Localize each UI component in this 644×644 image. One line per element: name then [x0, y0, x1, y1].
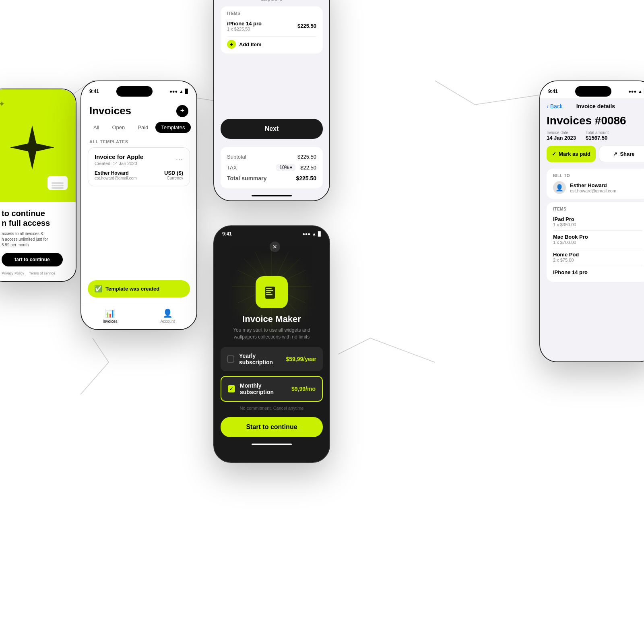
monthly-checkbox: ✓	[228, 385, 235, 392]
svg-line-4	[93, 338, 109, 362]
invoice-currency-label: Currency	[164, 176, 183, 180]
tax-label: TAX	[227, 165, 237, 171]
tab-row: All Open Paid Templates	[81, 122, 196, 133]
invoice-number: Invoices #0086	[540, 113, 644, 130]
add-item-icon: +	[227, 40, 236, 49]
tab-all[interactable]: All	[88, 122, 105, 133]
macbook-name: Mac Book Pro	[553, 234, 588, 240]
yearly-subscription-option[interactable]: Yearly subscription $59,99/year	[221, 347, 323, 371]
bill-to-section: BILL TO 👤 Esther Howard est.howard@gmail…	[547, 169, 644, 199]
subtotal-label: Subtotal	[227, 154, 246, 160]
mark-as-paid-button[interactable]: ✓ Mark as paid	[547, 146, 596, 162]
svg-line-2	[435, 80, 475, 105]
paywall-title: Invoice Maker	[242, 314, 301, 324]
monthly-price: $9,99/mo	[291, 386, 316, 392]
subtotal-value: $225.50	[297, 154, 316, 160]
invoice-template-card[interactable]: Invoice for Apple Created: 14 Jan 2023 ·…	[88, 147, 190, 186]
tab-templates[interactable]: Templates	[155, 122, 190, 133]
svg-rect-26	[266, 290, 273, 291]
check-circle-icon: ✓	[552, 151, 556, 157]
homepod-name: Home Pod	[553, 252, 579, 258]
toast-text: Template was created	[105, 286, 159, 292]
iphone-name: iPhone 14 pro	[553, 269, 588, 275]
time-phone5: 9:41	[548, 89, 558, 94]
start-button[interactable]: Start to continue	[221, 417, 323, 437]
tax-rate-badge[interactable]: 10% ▾	[276, 164, 295, 171]
invoice-template-name: Invoice for Apple	[95, 153, 143, 160]
back-header: ‹ Back Invoice details	[540, 98, 644, 113]
phone-add-item: 9:41 ●●●▲▊ Step 2 of 5 ITEMS iPhone 14 p…	[213, 0, 330, 201]
svg-rect-25	[266, 288, 272, 289]
dropdown-icon: ▾	[290, 165, 292, 170]
back-chevron-icon: ‹	[547, 103, 549, 109]
add-invoice-button[interactable]: +	[176, 105, 188, 117]
contact-avatar: 👤	[553, 181, 566, 194]
items-section-label: ITEMS	[227, 11, 316, 16]
phone-invoice-details: 9:41 ●●●▲▊ ‹ Back Invoice details Invoic…	[539, 80, 644, 362]
all-templates-label: ALL TEMPLATES	[81, 138, 196, 147]
add-item-row[interactable]: + Add Item	[227, 36, 316, 49]
item-qty: 1 x $225.50	[227, 27, 262, 31]
home-indicator-phone4	[252, 444, 292, 445]
svg-line-7	[370, 338, 435, 362]
invoice-person: Esther Howard	[95, 170, 137, 176]
status-bar-phone2: 9:41 ●●● ▲ ▊	[81, 81, 196, 98]
invoice-meta: Invoice date 14 Jan 2023 Total amount $1…	[540, 130, 644, 146]
nav-account-label: Account	[160, 319, 175, 324]
bill-to-row: 👤 Esther Howard est.howard@gmail.com	[553, 181, 642, 194]
terms-link[interactable]: Terms of service	[29, 271, 56, 275]
homepod-qty: 2 x $75.00	[553, 258, 579, 262]
share-label: Share	[620, 151, 634, 157]
tab-paid[interactable]: Paid	[132, 122, 154, 133]
share-icon: ↗	[613, 151, 617, 157]
time-phone2: 9:41	[89, 89, 99, 94]
macbook-qty: 1 x $700.00	[553, 240, 588, 245]
items-detail-label: ITEMS	[553, 207, 642, 211]
status-icons-phone4: ●●●▲▊	[302, 231, 321, 237]
phone-promo: ✦ to continue n full access access to al…	[0, 89, 76, 282]
status-bar-phone5: 9:41 ●●●▲▊	[540, 81, 644, 98]
phone-invoices: 9:41 ●●● ▲ ▊ Invoices + All Open Paid Te…	[80, 80, 197, 330]
app-icon	[256, 276, 288, 308]
share-button[interactable]: ↗ Share	[599, 146, 644, 162]
invoices-title: Invoices	[89, 105, 131, 117]
item-row-iphone: iPhone 14 pro 1 x $225.50 $225.50	[227, 19, 316, 33]
tab-open[interactable]: Open	[106, 122, 130, 133]
monthly-label: Monthly subscription	[240, 382, 287, 395]
privacy-policy-link[interactable]: Privacy Policy	[2, 271, 24, 275]
phone-paywall: 9:41 ●●●▲▊ ✕	[213, 225, 330, 463]
detail-item-homepod: Home Pod 2 x $75.00	[553, 250, 642, 264]
monthly-subscription-option[interactable]: ✓ Monthly subscription $9,99/mo	[221, 376, 323, 402]
nav-invoices-tab[interactable]: 📊 Invoices	[81, 308, 139, 324]
items-section: ITEMS iPhone 14 pro 1 x $225.50 $225.50 …	[221, 6, 323, 54]
bottom-navigation: 📊 Invoices 👤 Account	[81, 304, 196, 329]
next-button[interactable]: Next	[221, 119, 323, 139]
yearly-price: $59,99/year	[286, 356, 316, 362]
invoice-email: est.howard@gmail.com	[95, 176, 137, 180]
summary-section: Subtotal $225.50 TAX 10% ▾ $22.50 Total …	[221, 147, 323, 188]
total-label: Total summary	[227, 175, 267, 182]
promo-headline: to continue n full access	[0, 208, 69, 231]
detail-item-iphone: iPhone 14 pro	[553, 268, 642, 277]
item-price: $225.50	[297, 23, 316, 29]
paywall-subtitle: You may start to use all widgets and wal…	[214, 324, 329, 343]
invoice-currency: USD ($)	[164, 170, 183, 176]
tax-rate-value: 10%	[279, 165, 289, 170]
bill-to-email: est.howard@gmail.com	[570, 188, 616, 193]
status-bar-phone4: 9:41 ●●●▲▊	[214, 226, 329, 238]
nav-invoices-label: Invoices	[103, 319, 118, 324]
tax-amount: $22.50	[300, 165, 316, 171]
items-detail-section: ITEMS iPad Pro 1 x $350.00 Mac Book Pro …	[547, 202, 644, 282]
invoice-more-button[interactable]: ···	[176, 155, 183, 164]
back-button[interactable]: ‹ Back	[547, 103, 563, 109]
detail-item-ipad: iPad Pro 1 x $350.00	[553, 215, 642, 229]
yearly-label: Yearly subscription	[239, 353, 281, 365]
invoice-date-value: 14 Jan 2023	[547, 135, 576, 141]
promo-subtext: access to all invoices & h access unlimi…	[0, 231, 69, 248]
invoice-template-date: Created: 14 Jan 2023	[95, 161, 143, 166]
total-amount-label: Total amount	[586, 130, 609, 135]
nav-account-tab[interactable]: 👤 Account	[139, 308, 196, 324]
promo-cta-button[interactable]: tart to continue	[2, 253, 63, 266]
total-value: $225.50	[296, 175, 316, 182]
step-indicator: Step 2 of 5	[214, 0, 329, 3]
